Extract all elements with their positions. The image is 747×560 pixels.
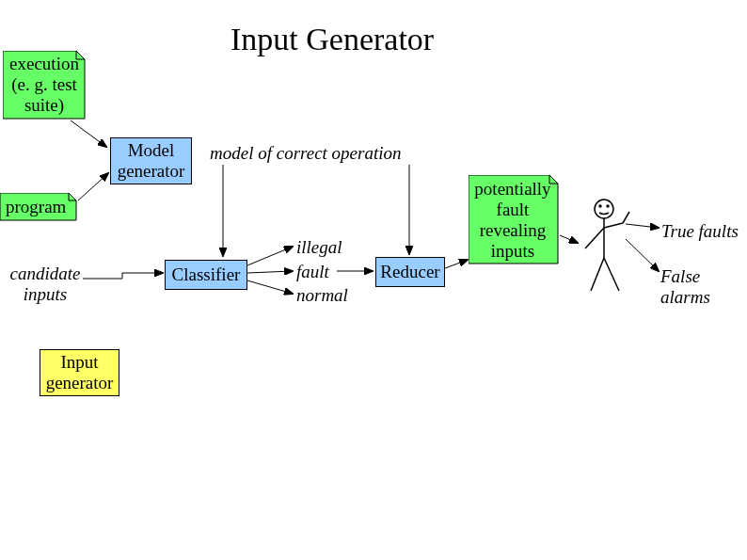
svg-line-22 — [560, 235, 578, 243]
svg-line-17 — [247, 271, 293, 273]
svg-line-23 — [626, 224, 659, 228]
svg-line-14 — [78, 173, 108, 200]
arrows-layer — [0, 0, 747, 560]
svg-line-13 — [71, 120, 106, 147]
svg-line-21 — [445, 260, 468, 268]
svg-line-16 — [247, 247, 293, 265]
svg-line-18 — [247, 280, 293, 294]
svg-line-24 — [626, 239, 659, 271]
